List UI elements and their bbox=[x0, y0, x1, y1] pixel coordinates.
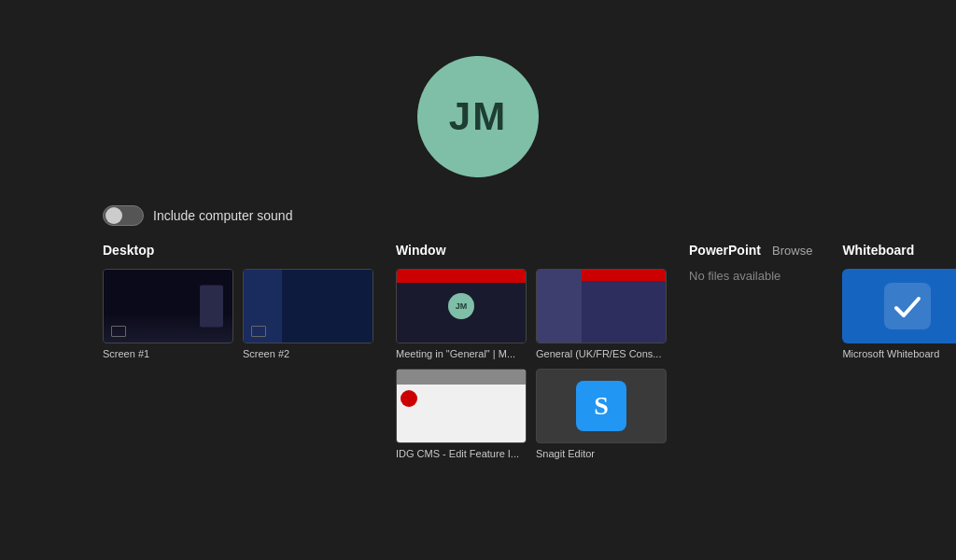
idg-label: IDG CMS - Edit Feature I... bbox=[396, 448, 527, 459]
window-meeting-item[interactable]: JM Meeting in "General" | M... bbox=[396, 269, 527, 359]
powerpoint-browse-link[interactable]: Browse bbox=[772, 244, 812, 258]
whiteboard-label: Microsoft Whiteboard bbox=[842, 348, 956, 359]
desktop-thumbnails-grid: Screen #1 Screen #2 bbox=[103, 269, 373, 359]
meeting-label: Meeting in "General" | M... bbox=[396, 348, 527, 359]
avatar-area: JM bbox=[0, 0, 956, 205]
snagit-app-icon: S bbox=[576, 381, 626, 431]
screen1-preview bbox=[104, 270, 232, 343]
idg-preview bbox=[397, 370, 526, 442]
include-sound-toggle[interactable] bbox=[103, 205, 144, 226]
whiteboard-section: Whiteboard Microsoft Whiteboard bbox=[842, 243, 956, 459]
powerpoint-section: PowerPoint Browse No files available bbox=[689, 243, 812, 459]
window-idg-thumbnail[interactable] bbox=[396, 369, 527, 443]
window-snagit-thumbnail[interactable]: S bbox=[536, 369, 667, 443]
window-meeting-thumbnail[interactable]: JM bbox=[396, 269, 527, 343]
window-general-item[interactable]: General (UK/FR/ES Cons... bbox=[536, 269, 667, 359]
sound-toggle-row: Include computer sound bbox=[103, 205, 956, 226]
sound-toggle-label: Include computer sound bbox=[153, 208, 292, 223]
whiteboard-thumbnail[interactable] bbox=[842, 269, 956, 343]
controls-area: Include computer sound bbox=[0, 205, 956, 226]
desktop-section-header: Desktop bbox=[103, 243, 373, 258]
general-label: General (UK/FR/ES Cons... bbox=[536, 348, 667, 359]
whiteboard-section-header: Whiteboard bbox=[842, 243, 956, 258]
general-sidebar bbox=[537, 270, 582, 343]
desktop-screen1-item[interactable]: Screen #1 bbox=[103, 269, 233, 359]
desktop-screen2-item[interactable]: Screen #2 bbox=[243, 269, 373, 359]
idg-logo bbox=[401, 390, 417, 407]
toggle-knob bbox=[105, 207, 122, 224]
snagit-label: Snagit Editor bbox=[536, 448, 667, 459]
window-general-thumbnail[interactable] bbox=[536, 269, 667, 343]
avatar-initials: JM bbox=[449, 94, 507, 139]
avatar: JM bbox=[417, 56, 539, 177]
share-content-area: Desktop Screen #1 Screen bbox=[0, 243, 956, 459]
screen1-label: Screen #1 bbox=[103, 348, 233, 359]
desktop-screen2-thumbnail[interactable] bbox=[243, 269, 373, 343]
desktop-section: Desktop Screen #1 Screen bbox=[103, 243, 373, 459]
no-files-message: No files available bbox=[689, 269, 812, 283]
monitor-icon bbox=[111, 326, 126, 337]
powerpoint-header: PowerPoint Browse bbox=[689, 243, 812, 258]
teams-title-bar bbox=[397, 270, 526, 283]
meeting-avatar: JM bbox=[448, 293, 474, 319]
screen2-main bbox=[282, 270, 373, 343]
desktop-screen1-thumbnail[interactable] bbox=[103, 269, 233, 343]
window-section-header: Window bbox=[396, 243, 667, 258]
monitor-icon-2 bbox=[251, 326, 266, 337]
window-section: Window JM Meeting in "General" | M... bbox=[396, 243, 667, 459]
meeting-preview: JM bbox=[397, 270, 526, 343]
powerpoint-section-header: PowerPoint bbox=[689, 243, 761, 258]
whiteboard-item[interactable]: Microsoft Whiteboard bbox=[842, 269, 956, 359]
window-snagit-item[interactable]: S Snagit Editor bbox=[536, 369, 667, 459]
window-thumbnails-grid: JM Meeting in "General" | M... General (… bbox=[396, 269, 667, 459]
general-preview bbox=[537, 270, 666, 343]
screen2-label: Screen #2 bbox=[243, 348, 373, 359]
idg-title-bar bbox=[397, 370, 526, 385]
screen2-preview bbox=[244, 270, 373, 343]
window-idg-item[interactable]: IDG CMS - Edit Feature I... bbox=[396, 369, 527, 459]
whiteboard-check-icon bbox=[891, 289, 924, 323]
whiteboard-icon-bg bbox=[884, 283, 931, 329]
